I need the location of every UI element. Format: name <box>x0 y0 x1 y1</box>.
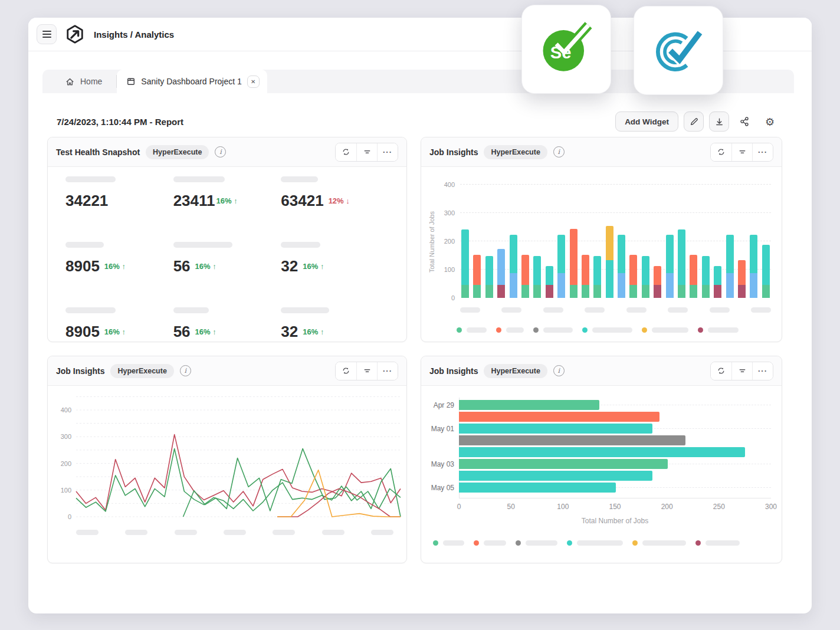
stat-label-skeleton <box>65 176 116 182</box>
category-label: Apr 29 <box>425 401 454 409</box>
stat-delta: 16% ↑ <box>216 196 238 205</box>
x-label-skeleton <box>460 307 480 313</box>
h-bar <box>459 435 685 445</box>
stacked-bar <box>557 235 565 298</box>
refresh-button[interactable] <box>336 143 356 161</box>
menu-icon[interactable] <box>37 24 57 44</box>
x-label-skeleton <box>543 307 563 313</box>
x-axis-loading-labels <box>76 530 393 535</box>
stacked-bar <box>726 235 734 298</box>
bar-segment <box>570 229 578 285</box>
stacked-bar-chart: 0100200300400 <box>460 185 771 298</box>
bar-segment <box>690 255 697 285</box>
stacked-bar <box>666 235 674 298</box>
tab-home[interactable]: Home <box>42 70 116 93</box>
home-icon <box>65 77 75 87</box>
more-options-button[interactable]: ··· <box>377 362 398 380</box>
stat-label-skeleton <box>65 307 116 313</box>
hyperexecute-badge: HyperExecute <box>110 364 173 378</box>
stacked-bar <box>678 229 685 298</box>
stacked-bar <box>629 255 637 298</box>
stacked-bar <box>750 235 757 298</box>
legend-item[interactable] <box>457 327 487 333</box>
codeception-card[interactable] <box>634 6 723 95</box>
tab-close-icon[interactable]: ✕ <box>247 76 260 88</box>
page-title: Insights / Analytics <box>94 29 174 40</box>
settings-button[interactable]: ⚙ <box>760 111 780 132</box>
edit-button[interactable] <box>684 111 704 132</box>
share-button[interactable] <box>734 111 754 132</box>
info-icon[interactable]: i <box>553 146 565 158</box>
bar-segment <box>593 285 601 298</box>
legend-item[interactable] <box>474 540 506 546</box>
legend-label-skeleton <box>484 540 506 546</box>
bar-segment <box>557 273 565 298</box>
filter-button[interactable] <box>731 362 752 380</box>
svg-text:Se: Se <box>550 43 572 62</box>
widget-actions: ··· <box>710 143 773 162</box>
stacked-bar <box>738 260 746 298</box>
stat-block: 5616% ↑ <box>173 242 281 275</box>
legend-item[interactable] <box>516 540 557 546</box>
stat-block: 6342112% ↓ <box>281 176 389 210</box>
report-header: 7/24/2023, 1:10:44 PM - Report Add Widge… <box>57 111 780 132</box>
stacked-bar <box>461 229 469 298</box>
info-icon[interactable]: i <box>553 365 565 376</box>
legend-item[interactable] <box>533 327 573 333</box>
filter-button[interactable] <box>731 143 752 161</box>
widget-test-health-snapshot: Test Health Snapshot HyperExecute i <box>47 137 407 342</box>
bar-segment <box>714 285 721 298</box>
line-chart-svg: 0100200300400 <box>52 395 403 520</box>
stat-delta: 12% ↓ <box>329 196 350 205</box>
refresh-button[interactable] <box>336 362 356 380</box>
stacked-bar <box>702 256 710 298</box>
info-icon[interactable]: i <box>215 146 226 158</box>
legend-item[interactable] <box>695 540 740 546</box>
stacked-bar <box>546 266 553 298</box>
bar-segment <box>606 260 613 298</box>
stacked-bar <box>497 249 505 298</box>
widget-actions: ··· <box>335 362 398 380</box>
widget-header: Test Health Snapshot HyperExecute i <box>48 137 406 167</box>
more-options-button[interactable]: ··· <box>377 143 398 161</box>
y-tick-label: 400 <box>444 181 455 188</box>
refresh-button[interactable] <box>711 143 731 161</box>
bar-segment <box>461 285 469 298</box>
widget-header: Job Insights HyperExecute i <box>421 137 782 167</box>
legend-item[interactable] <box>433 540 464 546</box>
filter-button[interactable] <box>356 362 377 380</box>
bar-segment <box>678 229 685 286</box>
widget-body: 342212341116% ↑6342112% ↓890516% ↑5616% … <box>48 167 406 342</box>
bar-row <box>459 471 771 481</box>
legend-label-skeleton <box>577 540 623 546</box>
bar-row <box>459 400 771 410</box>
bar-segment <box>642 285 649 298</box>
h-bar <box>459 424 652 434</box>
filter-button[interactable] <box>356 143 377 161</box>
more-options-button[interactable]: ··· <box>752 143 773 161</box>
add-widget-button[interactable]: Add Widget <box>615 111 678 132</box>
legend-dot <box>632 540 638 546</box>
legend-item[interactable] <box>567 540 623 546</box>
bar-segment <box>521 285 529 298</box>
legend-item[interactable] <box>642 327 688 333</box>
legend-item[interactable] <box>632 540 686 546</box>
download-button[interactable] <box>709 111 729 132</box>
legend-item[interactable] <box>496 327 524 333</box>
legend-dot <box>516 540 521 546</box>
refresh-button[interactable] <box>711 362 731 380</box>
legend-item[interactable] <box>698 327 739 333</box>
stat-delta: 16% ↑ <box>303 262 324 271</box>
widget-title: Test Health Snapshot <box>56 147 140 157</box>
line-series <box>76 449 401 517</box>
h-bar <box>459 471 652 481</box>
stat-label-skeleton <box>281 242 320 248</box>
info-icon[interactable]: i <box>180 365 191 376</box>
more-options-button[interactable]: ··· <box>752 362 773 380</box>
stat-label-skeleton <box>281 176 318 182</box>
tab-active-dashboard[interactable]: Sanity Dashboard Project 1 ✕ <box>117 70 267 93</box>
legend-item[interactable] <box>582 327 632 333</box>
bar-segment <box>666 273 674 298</box>
y-tick-label: 100 <box>61 487 71 494</box>
selenium-card[interactable]: Se <box>521 5 611 94</box>
